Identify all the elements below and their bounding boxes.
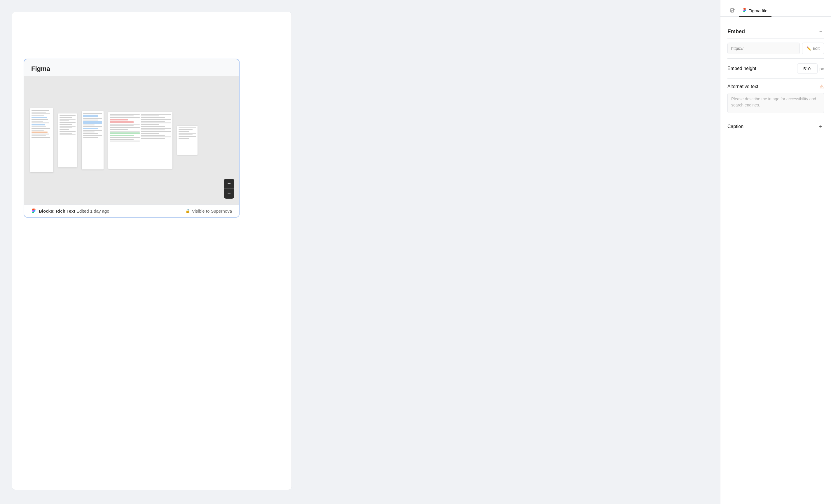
page-line — [110, 117, 140, 118]
figma-tab-icon — [743, 8, 746, 13]
page-line — [31, 134, 49, 135]
page-line — [141, 135, 165, 136]
page-line — [31, 119, 48, 120]
embed-title: Embed — [727, 29, 745, 35]
page-line — [178, 138, 189, 139]
page-line — [59, 115, 76, 116]
embed-height-label: Embed height — [727, 66, 756, 71]
page-line — [83, 130, 102, 131]
embed-section-header: Embed − — [727, 24, 824, 38]
page-line — [178, 135, 193, 135]
figma-icon — [31, 208, 36, 213]
document-tab-button[interactable] — [727, 5, 738, 16]
zoom-out-button[interactable]: − — [224, 189, 234, 199]
page-line — [110, 114, 140, 115]
page-line — [141, 137, 171, 137]
page-line — [110, 129, 128, 130]
edit-button-label: Edit — [812, 46, 820, 51]
page-line — [31, 117, 47, 118]
page-line — [141, 117, 165, 118]
page-line — [59, 126, 76, 126]
page-line — [59, 133, 73, 134]
page-line — [178, 127, 196, 128]
page-line — [110, 119, 128, 120]
page-line — [110, 116, 134, 116]
page-line — [141, 124, 159, 125]
footer-edit-time: Edited 1 day ago — [77, 209, 109, 213]
page-line — [59, 129, 69, 130]
figma-canvas: + − — [24, 76, 239, 204]
url-input[interactable] — [727, 42, 800, 54]
page-line — [178, 133, 196, 134]
page-line — [31, 131, 48, 133]
page-line — [31, 110, 49, 111]
page-line — [110, 131, 140, 131]
right-panel: Figma file Embed − ✏️ Edit Embed height … — [720, 0, 831, 504]
page-line — [83, 128, 98, 129]
panel-body: Embed − ✏️ Edit Embed height px Alternat… — [720, 17, 831, 142]
page-line — [141, 138, 165, 139]
figma-file-tab-label: Figma file — [748, 8, 767, 13]
page-line — [141, 126, 165, 127]
footer-left: Blocks: Rich Text Edited 1 day ago — [31, 208, 109, 213]
figma-block-title: Figma — [24, 59, 239, 76]
figma-file-tab[interactable]: Figma file — [739, 5, 772, 17]
page-line — [31, 135, 46, 136]
page-line — [59, 124, 73, 125]
page-line — [83, 137, 98, 138]
page-line — [141, 129, 165, 130]
panel-tabs: Figma file — [720, 0, 831, 17]
page-line — [59, 135, 76, 135]
alt-text-placeholder[interactable]: Please describe the image for accessibil… — [727, 93, 824, 113]
embed-height-row: Embed height px — [727, 59, 824, 79]
page-line — [59, 117, 73, 118]
zoom-controls: + − — [224, 179, 234, 199]
page-line — [31, 121, 43, 122]
page-line — [31, 122, 49, 123]
page-line — [110, 139, 134, 140]
page-line — [110, 141, 140, 142]
page-line — [110, 132, 140, 134]
figma-page-3 — [82, 111, 104, 170]
figma-embed-block: Figma — [24, 59, 239, 217]
collapse-button[interactable]: − — [818, 28, 824, 35]
embed-height-input[interactable] — [797, 63, 818, 74]
page-line — [83, 126, 102, 127]
zoom-in-button[interactable]: + — [224, 179, 234, 189]
figma-embed-footer: Blocks: Rich Text Edited 1 day ago 🔒 Vis… — [24, 204, 239, 217]
page-line — [178, 129, 193, 130]
page-line — [141, 128, 171, 129]
page-line — [83, 115, 98, 117]
page-line — [83, 131, 94, 132]
page-line — [141, 133, 159, 134]
page-line — [31, 130, 44, 131]
add-caption-button[interactable]: + — [816, 123, 824, 130]
page-line — [59, 127, 73, 128]
lock-icon: 🔒 — [185, 209, 190, 213]
figma-page-1 — [30, 108, 53, 172]
footer-file-name: Blocks: Rich Text Edited 1 day ago — [39, 209, 109, 213]
page-line — [141, 122, 171, 123]
page-line — [178, 136, 196, 137]
page-line — [110, 127, 140, 128]
page-line — [59, 120, 69, 121]
alt-text-label: Alternative text — [727, 84, 758, 89]
page-line — [59, 122, 76, 123]
unit-label: px — [819, 66, 824, 71]
url-row: ✏️ Edit — [727, 38, 824, 58]
warning-icon: ⚠ — [819, 83, 824, 90]
caption-label: Caption — [727, 124, 743, 129]
figma-page-2 — [58, 114, 77, 168]
page-line — [110, 125, 134, 126]
page-line — [31, 126, 46, 127]
page-line — [178, 131, 189, 132]
figma-page-4 — [108, 112, 172, 169]
visibility-label: Visible to Supernova — [192, 209, 232, 213]
page-line — [83, 124, 94, 125]
page-line — [31, 115, 44, 116]
page-line — [83, 120, 98, 120]
footer-right: 🔒 Visible to Supernova — [185, 209, 232, 213]
page-line — [83, 118, 102, 119]
edit-button[interactable]: ✏️ Edit — [802, 42, 824, 54]
page-line — [141, 119, 171, 120]
